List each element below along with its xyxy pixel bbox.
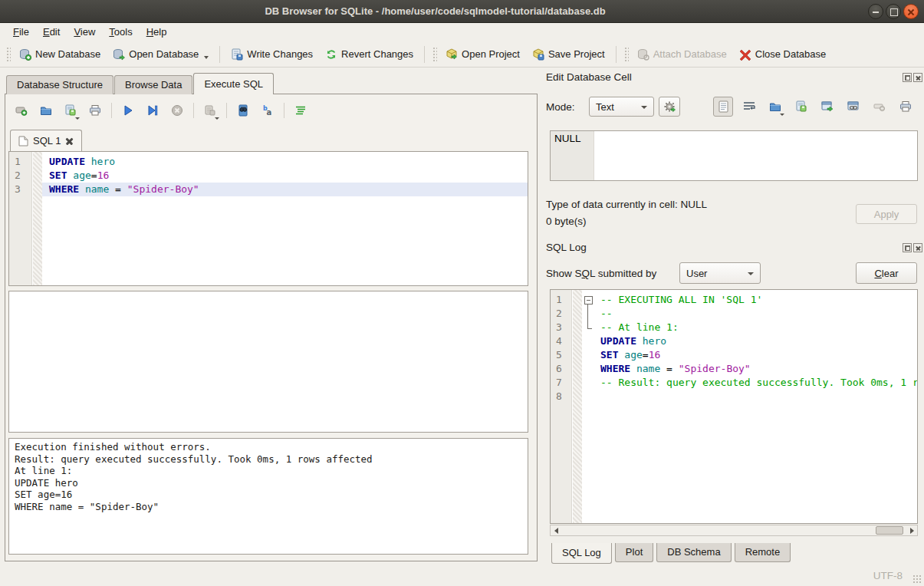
revert-changes-button[interactable]: Revert Changes (319, 45, 419, 64)
minimize-button[interactable] (868, 4, 883, 19)
scrollbar-thumb[interactable] (876, 526, 903, 535)
close-dock-icon[interactable] (913, 243, 922, 252)
close-dock-icon[interactable] (913, 73, 922, 82)
resize-grip[interactable] (912, 574, 922, 584)
tab-browse-data[interactable]: Browse Data (114, 75, 192, 94)
tab-plot[interactable]: Plot (615, 543, 653, 562)
open-project-label: Open Project (462, 48, 520, 60)
sql-log-hscrollbar[interactable] (550, 525, 918, 536)
auto-completion-button[interactable]: ba (258, 100, 278, 120)
toolbar-separator (616, 46, 617, 63)
float-dock-icon[interactable] (903, 73, 912, 82)
tab-db-schema[interactable]: DB Schema (656, 543, 731, 562)
close-database-button[interactable]: Close Database (733, 45, 833, 64)
window-controls (868, 4, 919, 19)
results-pane[interactable] (8, 291, 528, 433)
encoding-label: UTF-8 (873, 570, 903, 581)
maximize-button[interactable] (886, 4, 901, 19)
text-mode-toggle[interactable] (713, 97, 733, 117)
save-sql-dropdown-icon[interactable] (75, 117, 80, 120)
sql-document-icon (18, 136, 28, 146)
sql-log-filter-label: Show SQL submitted by (546, 268, 656, 279)
chevron-down-icon (748, 272, 754, 275)
svg-text:a: a (267, 108, 272, 117)
open-external-button[interactable] (817, 97, 837, 117)
export-dropdown-icon (215, 117, 219, 120)
scroll-left-icon[interactable] (551, 525, 561, 535)
open-database-icon (113, 48, 125, 61)
print-sql-button[interactable] (85, 100, 105, 120)
sql-file-tab[interactable]: SQL 1 (10, 130, 82, 151)
toolbar-separator (424, 46, 425, 63)
close-window-button[interactable] (903, 4, 919, 19)
menu-tools[interactable]: Tools (102, 23, 139, 41)
apply-button: Apply (856, 204, 917, 224)
toolbar-grip[interactable] (432, 46, 437, 63)
import-dropdown-icon[interactable] (780, 114, 784, 116)
dock-splitter[interactable] (550, 231, 918, 235)
open-file-icon (40, 104, 52, 117)
export-data-button[interactable] (791, 97, 811, 117)
cell-value-editor[interactable]: NULL (550, 130, 918, 181)
menu-file[interactable]: File (6, 23, 36, 41)
cell-size-label: 0 byte(s) (546, 216, 587, 227)
execute-current-line-button[interactable] (143, 100, 163, 120)
tab-execute-sql[interactable]: Execute SQL (193, 73, 274, 94)
new-database-button[interactable]: New Database (13, 45, 107, 64)
tab-database-structure[interactable]: Database Structure (6, 75, 113, 94)
link-icon (847, 100, 860, 113)
menu-view[interactable]: View (67, 23, 102, 41)
open-database-button[interactable]: Open Database (107, 45, 215, 64)
find-icon (237, 104, 249, 117)
save-project-label: Save Project (548, 48, 605, 60)
text-document-icon (718, 100, 729, 113)
auto-apply-button[interactable] (659, 97, 680, 117)
toolbar-separator (219, 46, 220, 63)
word-wrap-icon (743, 100, 755, 113)
format-icon (294, 104, 307, 117)
clear-log-button[interactable]: Clear (856, 262, 917, 284)
menubar: File Edit View Tools Help (0, 23, 924, 41)
toolbar-grip[interactable] (5, 46, 11, 63)
open-sql-file-button[interactable] (36, 100, 56, 120)
mode-combobox[interactable]: Text (589, 97, 654, 117)
window-title: DB Browser for SQLite - /home/user/code/… (0, 0, 870, 23)
menu-edit[interactable]: Edit (36, 23, 67, 41)
import-data-button[interactable] (765, 97, 785, 117)
open-database-dropdown-icon[interactable] (204, 56, 209, 59)
execution-message-pane[interactable]: Execution finished without errors. Resul… (8, 438, 528, 555)
revert-changes-icon (325, 48, 337, 61)
find-replace-button[interactable] (233, 100, 253, 120)
titlebar[interactable]: DB Browser for SQLite - /home/user/code/… (0, 0, 924, 23)
sql-editor[interactable]: 1UPDATE hero2SET age=163WHERE name = "Sp… (8, 151, 528, 286)
toolbar-grip[interactable] (623, 46, 629, 63)
tab-sql-log[interactable]: SQL Log (551, 543, 612, 564)
menu-help[interactable]: Help (140, 23, 174, 41)
format-sql-button[interactable] (291, 100, 311, 120)
copy-url-button[interactable] (843, 97, 863, 117)
save-sql-file-button[interactable] (61, 100, 81, 120)
open-sql-new-tab-button[interactable] (12, 100, 31, 120)
sql-log-filter-combobox[interactable]: User (679, 262, 761, 284)
scrollbar-track[interactable] (561, 525, 906, 535)
save-project-button[interactable]: Save Project (526, 45, 611, 64)
export-file-icon (795, 100, 807, 113)
close-sql-tab-icon[interactable] (65, 137, 74, 145)
sql-log-dock-title: SQL Log (546, 242, 587, 253)
sql-log-filter-value: User (686, 268, 707, 279)
float-dock-icon[interactable] (903, 243, 912, 252)
word-wrap-button[interactable] (739, 97, 759, 117)
scroll-right-icon[interactable] (906, 525, 917, 535)
mode-label: Mode: (546, 101, 575, 113)
toolbar-separator (284, 103, 284, 118)
sql-editor-code: 1UPDATE hero2SET age=163WHERE name = "Sp… (9, 155, 528, 196)
new-tab-icon (15, 104, 28, 117)
print-cell-button[interactable] (896, 97, 916, 117)
write-changes-button[interactable]: Write Changes (225, 45, 319, 64)
close-database-label: Close Database (755, 48, 827, 60)
open-project-button[interactable]: Open Project (439, 45, 526, 64)
close-database-icon (739, 48, 751, 61)
tab-remote[interactable]: Remote (735, 543, 791, 562)
execute-all-button[interactable] (118, 100, 138, 120)
sql-log-view[interactable]: 1-- EXECUTING ALL IN 'SQL 1'2--3-- At li… (550, 289, 918, 524)
